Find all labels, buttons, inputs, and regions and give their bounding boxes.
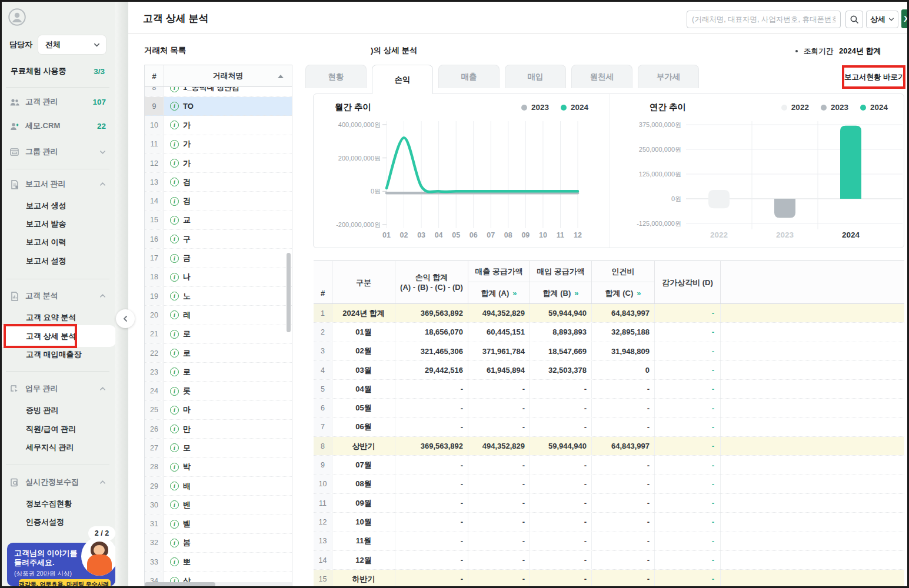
sidebar-item-보고서 생성[interactable]: 보고서 생성 — [0, 198, 115, 214]
table-row[interactable]: 706월----- — [314, 418, 904, 437]
th-labor-total-link[interactable]: 합계 (C)» — [592, 282, 655, 303]
info-icon[interactable]: i — [170, 425, 179, 433]
info-icon[interactable]: i — [170, 330, 179, 339]
th-sales-total-link[interactable]: 합계 (A)» — [468, 282, 530, 303]
tab-부가세[interactable]: 부가세 — [638, 65, 699, 88]
client-row[interactable]: 28i박 — [145, 458, 292, 477]
sidebar-item-고객 매입매출장[interactable]: 고객 매입매출장 — [0, 346, 115, 363]
tab-현황[interactable]: 현황 — [305, 65, 367, 88]
sidebar-item-세무지식 관리[interactable]: 세무지식 관리 — [0, 439, 115, 456]
info-icon[interactable]: i — [170, 349, 179, 358]
client-row[interactable]: 17i금 — [145, 249, 292, 268]
sidebar-group-1[interactable]: 고객 분석 — [0, 284, 115, 308]
search-button[interactable] — [845, 11, 863, 28]
info-icon[interactable]: i — [170, 310, 179, 319]
sidebar-item-보고서 설정[interactable]: 보고서 설정 — [0, 253, 115, 269]
sidebar-item-고객 상세 분석[interactable]: 고객 상세 분석 — [0, 325, 116, 347]
table-row[interactable]: 12024년 합계369,563,892494,352,82959,944,94… — [314, 304, 904, 323]
sidebar-item-crm[interactable]: 세모.CRM22 — [0, 114, 115, 138]
info-icon[interactable]: i — [170, 102, 179, 111]
detail-filter-button[interactable]: 상세 — [866, 11, 898, 28]
search-input[interactable] — [692, 15, 835, 24]
user-avatar-icon[interactable] — [8, 8, 26, 26]
sidebar-item-정보수집현황[interactable]: 정보수집현황 — [0, 496, 115, 512]
report-status-button[interactable]: 보고서현황 바로가기 — [844, 68, 905, 86]
sidebar-item-증빙 관리[interactable]: 증빙 관리 — [0, 402, 115, 419]
sidebar-item-고객 요약 분석[interactable]: 고객 요약 분석 — [0, 309, 115, 326]
table-row[interactable]: 302월321,465,306371,961,78418,547,66931,9… — [314, 342, 904, 361]
client-row[interactable]: 9iTO — [145, 97, 292, 116]
client-row[interactable]: 32i봄 — [145, 534, 292, 553]
table-row[interactable]: 1109월----- — [314, 494, 904, 513]
client-row[interactable]: 25i마 — [145, 401, 292, 420]
info-icon[interactable]: i — [170, 178, 179, 186]
client-row[interactable]: 12i가 — [145, 154, 292, 173]
info-icon[interactable]: i — [170, 235, 179, 243]
client-row[interactable]: 11i가 — [145, 135, 292, 154]
client-row[interactable]: 33i뽀 — [145, 553, 292, 572]
client-row[interactable]: 23i로 — [145, 363, 292, 382]
client-row[interactable]: 30i벤 — [145, 496, 292, 514]
table-row[interactable]: 605월----- — [314, 399, 904, 417]
table-row[interactable]: 15하반기----- — [314, 570, 904, 588]
table-row[interactable]: 504월----- — [314, 380, 904, 399]
sidebar-item-보고서 이력[interactable]: 보고서 이력 — [0, 234, 115, 250]
sidebar-group-0[interactable]: 보고서 관리 — [0, 172, 115, 196]
info-icon[interactable]: i — [170, 197, 179, 206]
table-row[interactable]: 1210월----- — [314, 513, 904, 532]
info-icon[interactable]: i — [170, 159, 179, 168]
info-icon[interactable]: i — [170, 140, 179, 149]
info-icon[interactable]: i — [170, 520, 179, 529]
sort-asc-icon[interactable] — [278, 75, 284, 78]
client-row[interactable]: 14i검 — [145, 192, 292, 211]
table-row[interactable]: 403월29,442,51661,945,89432,503,3780- — [314, 361, 904, 380]
sidebar-group-3[interactable]: 실시간정보수집 — [0, 470, 115, 494]
client-row[interactable]: 18i나 — [145, 268, 292, 287]
tab-손익[interactable]: 손익 — [372, 65, 433, 94]
sidebar-collapse-button[interactable] — [116, 309, 135, 328]
tab-매출[interactable]: 매출 — [438, 65, 500, 88]
tab-원천세[interactable]: 원천세 — [571, 65, 632, 88]
info-icon[interactable]: i — [170, 254, 179, 263]
table-row[interactable]: 1412월----- — [314, 551, 904, 570]
sidebar-group-2[interactable]: 업무 관리 — [0, 377, 115, 400]
info-icon[interactable]: i — [170, 463, 179, 472]
client-row[interactable]: 8i1_동덕네 장난감 — [145, 87, 292, 97]
info-icon[interactable]: i — [170, 121, 179, 129]
client-list-hscrollbar[interactable] — [145, 582, 292, 587]
banner-strip[interactable]: 고객감동, 업무효율, 마케팅 우수사례 등 — [19, 579, 111, 588]
client-row[interactable]: 19i노 — [145, 287, 292, 306]
client-row[interactable]: 31i벨 — [145, 515, 292, 534]
info-icon[interactable]: i — [170, 216, 179, 225]
info-icon[interactable]: i — [170, 482, 179, 490]
table-row[interactable]: 8상반기369,563,892494,352,82959,944,94064,8… — [314, 437, 904, 456]
table-row[interactable]: 907월----- — [314, 456, 904, 475]
table-row[interactable]: 201월18,656,07060,445,1518,893,89332,895,… — [314, 323, 904, 342]
table-row[interactable]: 1008월----- — [314, 475, 904, 494]
tab-매입[interactable]: 매입 — [505, 65, 566, 88]
client-row[interactable]: 26i만 — [145, 420, 292, 439]
th-purchase-total-link[interactable]: 합계 (B)» — [530, 282, 592, 303]
client-row[interactable]: 16i구 — [145, 230, 292, 249]
info-icon[interactable]: i — [170, 387, 179, 396]
info-icon[interactable]: i — [170, 443, 179, 452]
period-value[interactable]: 2024년 합계 — [839, 46, 881, 56]
table-row[interactable]: 1311월----- — [314, 532, 904, 551]
info-icon[interactable]: i — [170, 292, 179, 300]
client-row[interactable]: 15i교 — [145, 211, 292, 230]
info-icon[interactable]: i — [170, 406, 179, 415]
col-name-header[interactable]: 거래처명 — [164, 65, 292, 86]
client-row[interactable]: 27i모 — [145, 439, 292, 457]
sidebar-item-직원/급여 관리[interactable]: 직원/급여 관리 — [0, 421, 115, 437]
info-icon[interactable]: i — [170, 557, 179, 566]
info-icon[interactable]: i — [170, 273, 179, 282]
excel-export-button[interactable]: X — [901, 9, 909, 28]
client-row[interactable]: 29i배 — [145, 477, 292, 496]
client-list-header[interactable]: # 거래처명 — [145, 65, 292, 87]
client-row[interactable]: 10i가 — [145, 116, 292, 135]
promo-banner[interactable]: 고객님의 이야기를들려주세요. (상품권 20만원 시상) 고객감동, 업무효율… — [7, 543, 115, 586]
client-row[interactable]: 21i로 — [145, 325, 292, 344]
info-icon[interactable]: i — [170, 539, 179, 547]
client-row[interactable]: 20i레 — [145, 306, 292, 325]
info-icon[interactable]: i — [170, 500, 179, 509]
